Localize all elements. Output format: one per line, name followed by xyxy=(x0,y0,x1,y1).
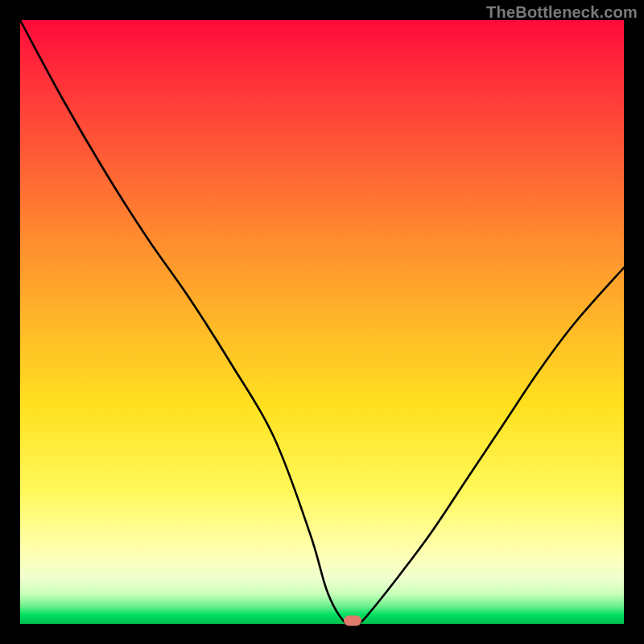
watermark-text: TheBottleneck.com xyxy=(486,3,638,22)
optimal-marker xyxy=(344,616,361,626)
chart-frame: TheBottleneck.com xyxy=(0,0,644,644)
bottleneck-curve xyxy=(20,20,624,624)
plot-area xyxy=(20,20,624,624)
curve-path xyxy=(20,20,624,627)
